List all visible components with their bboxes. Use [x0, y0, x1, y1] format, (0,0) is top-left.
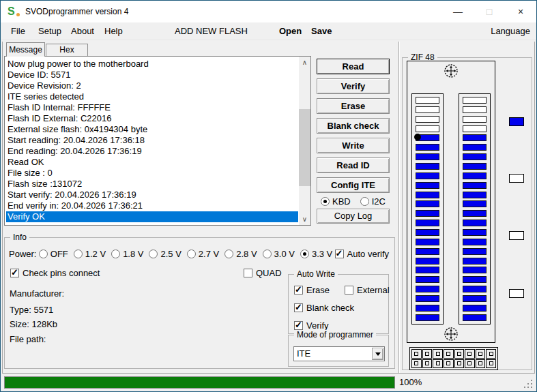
power-radio-2.5v[interactable]: 2.5 V: [149, 249, 181, 259]
radio-icon[interactable]: [263, 250, 272, 258]
action-button-blank-check[interactable]: Blank check: [317, 118, 390, 134]
pin-slot-filled: [416, 200, 439, 207]
auto-verify-label: Auto verify: [347, 249, 389, 259]
tab-message[interactable]: Message: [6, 42, 45, 57]
power-radio-1.8v[interactable]: 1.8 V: [111, 249, 143, 259]
log-line[interactable]: Flash size :131072: [6, 179, 298, 190]
message-log-panel[interactable]: Now plug power to the motherboardDevice …: [4, 56, 311, 226]
checkbox-icon[interactable]: [294, 303, 303, 312]
info-title: Info: [10, 232, 29, 243]
log-line[interactable]: Start verify: 20.04.2026 17:36:19: [6, 190, 298, 200]
log-line[interactable]: Flash ID Internal: FFFFFE: [6, 102, 298, 113]
log-line[interactable]: Read OK: [6, 157, 298, 168]
log-line[interactable]: File size : 0: [6, 168, 298, 179]
action-button-read-id[interactable]: Read ID: [317, 157, 390, 173]
log-line[interactable]: Verify OK: [6, 211, 298, 222]
erase-label: Erase: [306, 285, 330, 295]
pin-slot-filled: [416, 172, 439, 179]
radio-icon[interactable]: [360, 197, 369, 206]
tab-hex-viewer[interactable]: Hex Viewer: [46, 44, 88, 56]
erase-checkbox[interactable]: Erase: [294, 285, 330, 295]
log-line[interactable]: Flash ID External: C22016: [6, 113, 298, 124]
pin-slot-empty: [416, 106, 439, 113]
pin-slot-filled: [416, 258, 439, 265]
check-pins-checkbox[interactable]: Check pins connect: [10, 268, 100, 278]
radio-icon[interactable]: [111, 250, 120, 258]
connector-pin: [433, 359, 443, 369]
log-line[interactable]: Start reading: 20.04.2026 17:36:18: [6, 135, 298, 146]
quad-checkbox[interactable]: QUAD: [244, 268, 282, 278]
menu-save[interactable]: Save: [311, 22, 332, 40]
checkbox-icon[interactable]: [294, 286, 303, 295]
external-checkbox[interactable]: External: [345, 285, 390, 295]
connector-pin-inner: [489, 352, 493, 356]
radio-icon[interactable]: [321, 197, 330, 206]
resize-grip-icon[interactable]: [531, 387, 532, 388]
scrollbar-thumb[interactable]: [299, 109, 310, 186]
action-button-verify[interactable]: Verify: [317, 78, 390, 94]
zif-indicator-empty: [509, 289, 524, 298]
log-line[interactable]: Device ID: 5571: [6, 70, 298, 80]
action-button-write[interactable]: Write: [317, 138, 390, 153]
minimize-icon[interactable]: —: [442, 1, 474, 22]
menu-language[interactable]: Language: [491, 22, 530, 40]
power-radio-off[interactable]: OFF: [39, 249, 68, 259]
connector-pin-inner: [446, 352, 450, 356]
dropdown-button[interactable]: [372, 348, 383, 360]
log-line[interactable]: External size flash: 0x4194304 byte: [6, 124, 298, 135]
power-radio-2.8v[interactable]: 2.8 V: [224, 249, 257, 259]
screw-icon: [444, 63, 459, 78]
connector-pin: [411, 359, 422, 369]
size-label: Size: 128Kb: [10, 319, 57, 329]
log-line[interactable]: Now plug power to the motherboard: [6, 59, 298, 70]
power-radio-3.0v[interactable]: 3.0 V: [263, 249, 295, 259]
blank-check-checkbox[interactable]: Blank check: [294, 303, 354, 313]
radio-icon[interactable]: [39, 250, 48, 258]
checkbox-icon[interactable]: [10, 269, 19, 277]
radio-icon[interactable]: [74, 250, 83, 258]
auto-verify-checkbox[interactable]: Auto verify: [335, 249, 389, 259]
checkbox-icon[interactable]: [294, 321, 303, 330]
close-icon[interactable]: ×: [505, 1, 536, 22]
checkbox-icon[interactable]: [335, 250, 344, 258]
radio-icon[interactable]: [224, 250, 233, 258]
i2c-radio[interactable]: I2C: [360, 196, 386, 207]
radio-icon[interactable]: [149, 250, 158, 258]
verify-checkbox[interactable]: Verify: [294, 320, 329, 331]
pin-slot-empty: [416, 116, 439, 123]
log-list: Now plug power to the motherboardDevice …: [6, 59, 298, 222]
log-line[interactable]: End verify in: 20.04.2026 17:36:21: [6, 200, 298, 211]
menu-add-new-flash[interactable]: ADD NEW FLASH: [175, 22, 248, 40]
mode-select[interactable]: ITE: [293, 346, 385, 361]
log-line[interactable]: End reading: 20.04.2026 17:36:19: [6, 146, 298, 157]
power-radio-2.7v[interactable]: 2.7 V: [187, 249, 219, 259]
maximize-icon[interactable]: □: [474, 1, 505, 22]
log-line[interactable]: Device Revision: 2: [6, 80, 298, 91]
action-button-erase[interactable]: Erase: [317, 98, 390, 114]
checkbox-icon[interactable]: [345, 286, 353, 295]
menu-about[interactable]: About: [71, 22, 94, 40]
connector-pin: [444, 349, 454, 359]
action-button-read[interactable]: Read: [317, 59, 390, 74]
checkbox-icon[interactable]: [244, 269, 252, 277]
zif-panel: ZIF 48: [402, 57, 532, 370]
scroll-down-icon[interactable]: [299, 213, 310, 225]
pin-slot-empty: [463, 116, 487, 123]
progress-percent: 100%: [399, 377, 422, 387]
scroll-up-icon[interactable]: [299, 57, 310, 68]
menu-setup[interactable]: Setup: [38, 22, 61, 40]
copy-log-button[interactable]: Copy Log: [317, 209, 390, 224]
radio-icon[interactable]: [187, 250, 196, 258]
log-scrollbar[interactable]: [299, 57, 310, 225]
connector-pin-inner: [467, 361, 471, 365]
log-line[interactable]: ITE series detected: [6, 91, 298, 102]
menu-open[interactable]: Open: [279, 22, 302, 40]
power-radio-1.2v[interactable]: 1.2 V: [74, 249, 106, 259]
kbd-radio[interactable]: KBD: [321, 196, 351, 207]
pin-slot-filled: [416, 267, 439, 273]
power-radio-3.3v[interactable]: 3.3 V: [300, 249, 332, 259]
menu-help[interactable]: Help: [104, 22, 123, 40]
action-button-config-ite[interactable]: Config ITE: [317, 177, 390, 193]
menu-file[interactable]: File: [11, 22, 25, 40]
radio-icon[interactable]: [300, 250, 309, 258]
